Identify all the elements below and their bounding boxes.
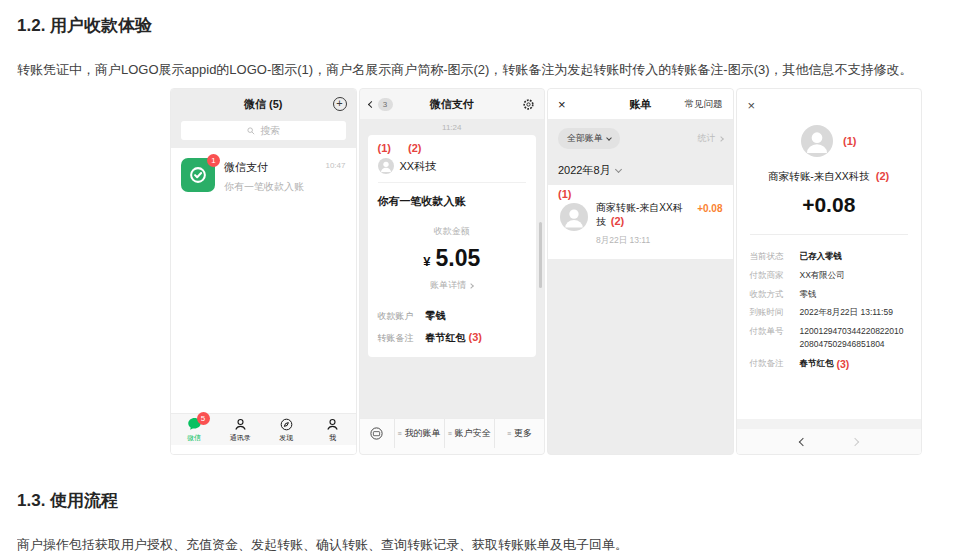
annotation-3: (3) <box>837 357 850 373</box>
annotation-1: (1) <box>378 142 391 154</box>
search-input[interactable]: 搜索 <box>181 121 346 140</box>
menu-account-security[interactable]: ≡ 账户安全 <box>444 419 494 448</box>
menu-label: 更多 <box>514 427 532 440</box>
search-placeholder: 搜索 <box>260 124 280 138</box>
pay-chat-title: 微信支付 <box>360 97 545 112</box>
section-heading-1-2: 1.2. 用户收款体验 <box>17 14 152 37</box>
section-heading-1-3: 1.3. 使用流程 <box>17 489 118 512</box>
chevron-right-icon <box>468 283 474 289</box>
detail-row-order-no: 付款单号 12001294703442208220102080475029468… <box>750 325 909 351</box>
stats-link[interactable]: 统计 <box>698 132 723 145</box>
nav-forward-icon[interactable] <box>851 437 859 445</box>
chat-name: 微信支付 <box>224 160 304 175</box>
bill-item-amount: +0.08 <box>697 201 722 247</box>
detail-amount: +0.08 <box>802 193 855 217</box>
amount-value: 5.05 <box>435 245 480 271</box>
row-label: 付款商家 <box>750 269 800 282</box>
bill-list-screen: × 账单 常见问题 全部账单 统计 2022年8月 (1) <box>547 88 734 455</box>
detail-row-arrival-time: 到账时间 2022年8月22日 13:11:59 <box>750 306 909 319</box>
chat-time: 10:47 <box>325 158 345 170</box>
merchant-avatar <box>560 203 588 231</box>
scrollbar[interactable] <box>539 222 542 288</box>
menu-more[interactable]: ≡ 更多 <box>494 419 544 448</box>
search-icon <box>246 126 256 136</box>
remark-label: 转账备注 <box>378 332 426 345</box>
month-selector[interactable]: 2022年8月 <box>548 153 733 185</box>
detail-title: 商家转账-来自XX科技 <box>768 170 870 182</box>
stats-label: 统计 <box>698 132 716 145</box>
account-row: 收款账户 零钱 <box>378 309 527 323</box>
account-label: 收款账户 <box>378 310 426 323</box>
submenu-icon: ≡ <box>448 430 452 437</box>
annotation-2: (2) <box>611 215 624 227</box>
row-value: 已存入零钱 <box>800 250 843 263</box>
chat-list-screen: 微信 (5) + 搜索 1 微信支付 你有一笔收款入账 10:47 <box>170 88 357 455</box>
add-icon[interactable]: + <box>333 97 347 111</box>
chat-list-title: 微信 (5) <box>244 97 283 112</box>
bill-detail-screen: × (1) 商家转账-来自XX科技 (2) +0.08 当前状态 已存入零钱 付… <box>736 88 923 455</box>
keyboard-icon[interactable] <box>360 419 394 448</box>
row-value: 2022年8月22日 13:11:59 <box>800 306 893 319</box>
detail-row-status: 当前状态 已存入零钱 <box>750 250 909 263</box>
chevron-right-icon <box>718 136 724 142</box>
bill-filter-chip[interactable]: 全部账单 <box>558 128 620 149</box>
tab-label: 通讯录 <box>230 433 251 443</box>
detail-row-payer: 付款商家 XX有限公司 <box>750 269 909 282</box>
bill-item-datetime: 8月22日 13:11 <box>596 235 689 247</box>
remark-value: 春节红包 <box>426 331 466 345</box>
row-label: 当前状态 <box>750 250 800 263</box>
tab-discover[interactable]: 发现 <box>263 414 309 445</box>
tab-me[interactable]: 我 <box>309 414 355 445</box>
payment-message-card[interactable]: (1) (2) XX科技 你有一笔收款入账 收款金额 ¥5.05 账单详情 <box>368 135 537 357</box>
person-icon <box>325 417 340 432</box>
submenu-icon: ≡ <box>398 430 402 437</box>
section-body-1-2: 转账凭证中，商户LOGO展示appid的LOGO-图示(1)，商户名展示商户简称… <box>17 61 927 79</box>
detail-row-remark: 付款备注 春节红包 (3) <box>750 357 909 373</box>
annotation-1: (1) <box>558 188 571 200</box>
browser-nav-bar <box>737 429 922 454</box>
remark-row: 转账备注 春节红包 (3) <box>378 331 527 345</box>
merchant-avatar <box>378 158 394 174</box>
menu-my-bills[interactable]: ≡ 我的账单 <box>394 419 444 448</box>
screenshot-strip: 微信 (5) + 搜索 1 微信支付 你有一笔收款入账 10:47 <box>170 88 922 455</box>
bill-item-title: 商家转账-来自XX科技 <box>596 202 683 227</box>
nav-back-icon[interactable] <box>799 437 807 445</box>
amount-label: 收款金额 <box>378 225 527 238</box>
message-timestamp: 11:24 <box>360 123 545 132</box>
bill-list-item[interactable]: (1) 商家转账-来自XX科技 (2) 8月22日 13:11 +0.08 <box>548 185 733 259</box>
annotation-1: (1) <box>843 135 856 147</box>
annotation-3: (3) <box>469 331 482 343</box>
chat-list-item-wechat-pay[interactable]: 1 微信支付 你有一笔收款入账 10:47 <box>171 148 356 206</box>
month-label: 2022年8月 <box>558 163 611 178</box>
tab-badge: 5 <box>197 412 210 425</box>
bill-detail-link[interactable]: 账单详情 <box>430 279 473 292</box>
chat-preview: 你有一笔收款入账 <box>224 180 304 194</box>
tab-contacts[interactable]: 通讯录 <box>217 414 263 445</box>
message-title: 你有一笔收款入账 <box>378 194 527 209</box>
menu-label: 账户安全 <box>455 427 491 440</box>
tab-chats[interactable]: 5 微信 <box>171 414 217 445</box>
tab-label: 微信 <box>187 433 201 443</box>
merchant-avatar <box>801 125 833 157</box>
annotation-2: (2) <box>876 170 889 182</box>
submenu-icon: ≡ <box>507 430 511 437</box>
tab-bar: 5 微信 通讯录 发现 我 <box>171 413 356 445</box>
pay-chat-screen: 3 微信支付 11:24 (1) (2) XX科技 你有一笔收款入账 收款金额 <box>359 88 546 455</box>
annotation-2: (2) <box>408 142 421 154</box>
faq-link[interactable]: 常见问题 <box>685 98 723 111</box>
row-label: 收款方式 <box>750 288 800 301</box>
tab-label: 我 <box>329 433 336 443</box>
contacts-icon <box>233 417 248 432</box>
row-label: 付款备注 <box>750 357 800 373</box>
row-value: 零钱 <box>800 288 817 301</box>
row-label: 到账时间 <box>750 306 800 319</box>
gear-icon[interactable] <box>522 98 535 111</box>
pay-chat-header: 3 微信支付 <box>360 89 545 119</box>
close-icon[interactable]: × <box>748 98 756 113</box>
currency-symbol: ¥ <box>423 254 430 269</box>
merchant-name: XX科技 <box>400 159 437 174</box>
menu-label: 我的账单 <box>405 427 441 440</box>
row-value: 春节红包 <box>800 357 834 373</box>
detail-row-method: 收款方式 零钱 <box>750 288 909 301</box>
detail-rows: 当前状态 已存入零钱 付款商家 XX有限公司 收款方式 零钱 到账时间 2022… <box>737 244 922 372</box>
